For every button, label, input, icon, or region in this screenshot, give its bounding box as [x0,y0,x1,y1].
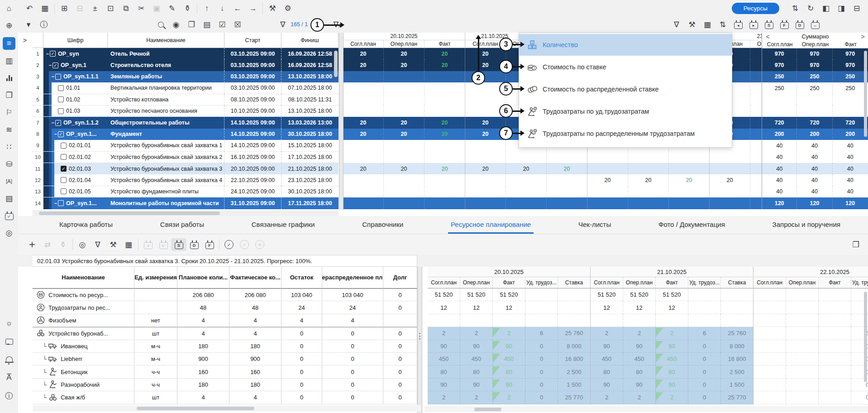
expand-all-button[interactable]: > [20,35,30,45]
tools-icon[interactable]: ⚒ [265,2,280,15]
home-icon[interactable]: ⌂ [3,2,15,15]
columns-icon[interactable]: ▦ [121,238,136,251]
add-resource-icon[interactable]: + [24,238,40,251]
row-checkbox[interactable]: ✓ [55,120,61,126]
layout-icon[interactable]: ❐ [184,18,199,31]
resource-column-header[interactable]: Наименование [33,267,134,288]
delete-icon[interactable]: ⚱ [180,2,195,15]
v-scrollbar[interactable] [864,292,867,382]
check-off-icon[interactable]: ☒ [230,18,245,31]
move-right-icon[interactable]: → [245,2,261,15]
schedule-row[interactable]: 902.01.01Устройство буронабивных свай за… [18,140,868,151]
settings-gear-icon[interactable]: ⚙ [280,2,296,15]
move-up-icon[interactable]: ↑ [199,2,215,15]
resource-row[interactable]: └Ивановецм-ч18018000090909008 0009090900… [18,340,868,353]
calendar-finish-icon[interactable]: F [202,238,217,251]
schedule-row[interactable]: 501.02Устройство котлована08.10.2025 09:… [18,94,868,106]
calendar-range-icon[interactable]: ↔ [807,18,823,31]
comment-icon[interactable] [3,335,15,348]
menu-item-1[interactable]: Количество [519,34,732,56]
schedule-row[interactable]: 1002.01.02Устройство буронабивных свай з… [18,152,868,163]
schedule-row[interactable]: 1−✓OP_synОтель Речной03.10.2025 09:0016.… [18,48,868,59]
duplicate-row-icon[interactable]: ⊡ [103,2,118,15]
h-scrollbar[interactable] [33,210,339,216]
edit-list-icon[interactable]: ▤ [199,18,215,31]
row-checkbox[interactable]: ✓ [61,166,67,172]
resource-row[interactable]: Устройство буронаб...шт44000222625 76022… [18,327,868,340]
about-info-icon[interactable]: ⓘ [3,389,15,402]
column-header[interactable]: Старт [224,33,281,48]
schedule-icon[interactable]: ≡ [3,37,15,50]
schedule-row[interactable]: 11✓02.01.03Устройство буронабивных свай … [18,163,868,174]
schedule-row[interactable]: 601.03Устройство песчаного основания10.1… [18,106,868,117]
row-checkbox[interactable]: ✓ [58,131,64,137]
add-node-icon[interactable]: ⊞ [57,2,72,15]
calendar-day-icon[interactable]: D [186,238,202,251]
resource-column-header[interactable]: Ед. измерения [134,267,177,288]
menu-item-2[interactable]: Стоимость по ставке [519,56,732,78]
schedule-row[interactable]: 7−✓OP_syn.1.1.2Общестроительные работы14… [18,117,868,128]
resource-column-header[interactable]: Остаток [281,267,322,288]
format-brush-icon[interactable]: ✎ [164,2,180,15]
row-checkbox[interactable] [58,108,64,114]
row-checkbox[interactable] [55,74,61,80]
h-scrollbar[interactable] [33,405,421,412]
column-header[interactable] [33,33,43,48]
insert-row-icon[interactable]: ± [87,2,103,15]
tab-8[interactable]: Запросы и поручения [770,216,843,234]
tab-1[interactable]: Карточка работы [57,216,115,234]
schedule-row[interactable]: 3−OP_syn.1.1.1Земляные работы03.10.2025 … [18,71,868,82]
v-scrollbar[interactable] [334,51,338,77]
cut-icon[interactable]: ✂ [134,2,149,15]
schedule-row[interactable]: 1302.01.05Устройство фундаментной плиты2… [18,186,868,197]
pane-splitter[interactable] [417,267,422,413]
v-scrollbar[interactable] [864,51,867,137]
schedule-row[interactable]: 2−✓OP_syn.1Строительство отеля03.10.2025… [18,59,868,71]
tab-6[interactable]: Чек-листы [576,216,614,234]
list-icon[interactable]: ▤ [3,192,15,205]
tab-2[interactable]: Связи работы [157,216,207,234]
resource-column-header[interactable]: Плановое коли... [177,267,229,288]
resources-button[interactable]: Ресурсы [732,3,779,14]
calendar-start-icon[interactable]: S [171,238,186,251]
schedule-row[interactable]: 14−OP_syn.1...Монолитные работы подземно… [18,197,868,209]
resource-row[interactable]: Трудозатраты по рес...484824240121212121… [18,301,868,314]
menu-item-3[interactable]: Стоимость по распределенной ставке [519,78,732,100]
theme-icon[interactable]: ☼ [3,317,15,330]
row-expander[interactable]: − [48,62,52,68]
tab-4[interactable]: Справочники [359,216,406,234]
resource-row[interactable]: Стоимость по ресур...206 080206 080103 0… [18,288,868,301]
row-expander[interactable]: − [53,201,58,206]
filter-icon[interactable]: ∇ [275,18,291,31]
expand-caret-icon[interactable]: ▾ [21,18,36,31]
hatch-icon[interactable]: ≋ [3,123,15,136]
eye-icon[interactable]: ◎ [3,226,15,239]
schedule-row[interactable]: 8−✓OP_syn.1...Фундамент14.10.2025 09:003… [18,129,868,140]
summary-prev-button[interactable]: < [766,33,770,40]
copy-icon[interactable]: ⧉ [118,2,134,15]
globe-icon[interactable]: ⊕ [3,19,15,32]
row-checkbox[interactable]: ✓ [50,51,56,57]
panel-bottom-icon[interactable]: ⊟ [849,2,864,15]
row-checkbox[interactable] [58,96,64,102]
chart-icon[interactable] [3,72,15,84]
refresh-icon[interactable]: ↻ [803,2,818,15]
calendar-prev-icon[interactable]: ◂ [730,18,746,31]
sort-icon[interactable]: ⇅ [787,2,803,15]
layers-icon[interactable]: ❐ [3,89,15,101]
row-expander[interactable]: − [45,51,50,57]
schedule-row[interactable]: 401.01Вертикальная планировка территории… [18,82,868,94]
info-icon[interactable]: ⓘ [36,18,52,31]
calendar-next-icon[interactable]: ▸ [746,18,761,31]
row-checkbox[interactable] [61,143,67,149]
resource-row[interactable]: └Бетонщикч-ч16016000080808002 5008080800… [18,365,868,378]
row-expander[interactable]: − [53,131,58,137]
column-header[interactable]: Шифр [43,33,108,48]
tools-icon[interactable]: ⚒ [684,18,700,31]
row-expander[interactable]: − [51,74,55,79]
summary-next-button[interactable]: > [861,33,865,40]
filter-icon[interactable]: ∇ [669,18,684,31]
calendar-finish-icon[interactable]: F [777,18,792,31]
column-header[interactable]: Финиш [281,33,339,48]
row-expander[interactable]: − [51,120,55,125]
